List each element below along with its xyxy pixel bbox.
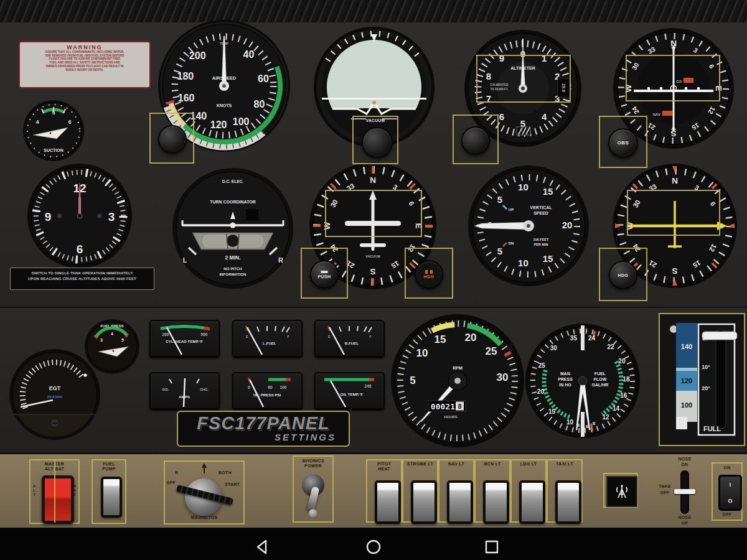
power-switch[interactable]: I O — [718, 475, 742, 511]
taxi-light-group[interactable]: TAXI LT — [547, 459, 583, 523]
nav-light-group[interactable]: NAV LT — [438, 459, 474, 523]
tc-power-label: D.C. ELEC. — [222, 179, 243, 184]
altimeter-knob-hotspot[interactable] — [453, 114, 499, 164]
trim-nose-dn1: NOSE — [672, 457, 697, 462]
oil-pressure-gauge: 0 60 100 OIL PRESS PSI — [232, 372, 303, 409]
adf-hdg-label: HDG — [618, 273, 629, 278]
adf-adjust-hotspot[interactable] — [627, 190, 720, 236]
vor-adjust-hotspot[interactable] — [626, 55, 720, 101]
ff-number: 20 — [618, 358, 626, 365]
airspeed-knob-hotspot[interactable] — [149, 113, 194, 164]
dg-adjust-hotspot[interactable] — [325, 190, 422, 237]
suction-tick: 6 — [68, 119, 72, 125]
ff-number: 22 — [607, 343, 614, 350]
landing-light-switch[interactable] — [519, 480, 545, 524]
amps-needle — [184, 378, 185, 407]
vsi-number: 15 — [543, 253, 553, 264]
mag-r-label: R — [175, 470, 178, 475]
pitot-heat-switch[interactable] — [375, 480, 401, 524]
asi-number: 200 — [189, 50, 206, 61]
obs-knob[interactable]: OBS — [608, 128, 638, 158]
rose-mark: S — [672, 266, 677, 276]
nav-recents-button[interactable] — [484, 539, 500, 555]
heading-bug-knob[interactable]: HDG — [415, 260, 443, 289]
fuelpress-number: 3 — [100, 338, 103, 342]
fuel-pump-switch-group[interactable]: FUEL PUMP — [92, 459, 126, 524]
tc-left: L — [183, 256, 187, 264]
power-i-mark: I — [730, 482, 731, 488]
power-switch-group[interactable]: ON I O OFF — [712, 462, 743, 521]
master-switch[interactable] — [42, 475, 74, 524]
alt-number: 4 — [542, 111, 547, 122]
taxi-light-switch[interactable] — [555, 480, 581, 524]
autopilot-button-group[interactable] — [603, 473, 638, 508]
obs-knob-hotspot[interactable]: OBS — [599, 116, 647, 168]
app-logo: FSC177PANEL — [178, 414, 349, 432]
flap-control[interactable]: 140 120 100 UP 10° 20° FULL — [659, 313, 745, 446]
vsi-up: UP — [509, 208, 514, 212]
trim-nose-up1: NOSE — [672, 515, 697, 520]
flap-speed-120: 120 — [681, 377, 692, 385]
fuelpump-label1: FUEL — [93, 462, 125, 467]
flap-speed-tape: 140 120 100 — [676, 323, 697, 429]
vsi-number: 5 — [497, 194, 502, 205]
vsi-title1: VERTICAL — [530, 205, 553, 210]
landing-light-label: LDG LT — [512, 462, 545, 467]
altimeter-adjust-hotspot[interactable] — [476, 55, 571, 103]
cht-hi: 500 — [201, 332, 208, 337]
fuel-pump-switch[interactable] — [101, 477, 122, 518]
settings-button[interactable]: FSC177PANEL SETTINGS — [177, 411, 350, 447]
ff-number: 8 — [593, 421, 596, 426]
master-switch-group[interactable]: MASTER ALT BAT ALT BAT — [29, 459, 80, 524]
vacuum-knob[interactable] — [362, 127, 393, 158]
fuelpress-number: 4 — [111, 332, 113, 336]
mag-start-label: START — [225, 482, 240, 487]
trim-handle[interactable] — [674, 489, 695, 494]
fuelpress-number: 5 — [121, 338, 124, 342]
asi-units: KNOTS — [217, 103, 232, 108]
beacon-light-group[interactable]: BCN LT — [474, 459, 510, 523]
beacon-light-switch[interactable] — [483, 480, 509, 524]
clock-number: 9 — [45, 210, 52, 223]
landing-light-group[interactable]: LDG LT — [510, 459, 547, 523]
airspeed-knob[interactable] — [158, 125, 187, 154]
strobe-light-switch[interactable] — [411, 480, 437, 524]
avionics-power-group[interactable]: AVIONICS POWER — [293, 455, 334, 523]
rose-mark: N — [672, 176, 678, 185]
adf-heading-knob[interactable]: HDG — [609, 261, 637, 289]
autopilot-button[interactable] — [606, 476, 637, 507]
avionics-label1: AVIONICS — [294, 459, 332, 464]
dg-push-knob[interactable]: PUSH — [310, 260, 339, 289]
fuel-e: E — [328, 335, 331, 338]
turn-coordinator: D.C. ELEC. TURN COORDINATOR L R 2 MIN. N… — [172, 168, 293, 289]
flap-slot — [716, 329, 726, 429]
trim-nose-dn2: DN — [672, 462, 697, 467]
tach-number: 10 — [416, 347, 428, 359]
ff-label: FUEL — [594, 371, 606, 376]
hobbs-digits: 00021 — [431, 402, 455, 411]
nav-home-button[interactable] — [365, 539, 382, 555]
altimeter-knob[interactable] — [461, 126, 490, 155]
trim-control[interactable]: NOSE DN TAKE OFF NOSE UP — [654, 454, 713, 526]
caution-placard: SWITCH TO SINGLE TANK OPERATION IMMEDIAT… — [10, 268, 154, 290]
oilp-100: 100 — [280, 385, 287, 390]
tach-number: 30 — [497, 371, 509, 383]
flap-10-label: 10° — [702, 364, 710, 370]
beacon-light-label: BCN LT — [476, 462, 509, 467]
clock-number: 3 — [108, 210, 115, 223]
suction-tick: 4 — [36, 119, 39, 125]
magnetos-group[interactable]: OFF R BOTH START MAGNETOS — [164, 460, 245, 525]
trim-nose-up2: UP — [672, 521, 697, 526]
avionics-label2: POWER — [294, 464, 332, 469]
heading-bug-hotspot[interactable]: HDG — [405, 248, 453, 299]
tc-note1: NO PITCH — [223, 266, 242, 271]
dg-push-hotspot[interactable]: PUSH — [301, 248, 348, 299]
adf-heading-hotspot[interactable]: HDG — [599, 248, 647, 301]
nav-light-switch[interactable] — [447, 480, 473, 524]
nav-back-button[interactable] — [254, 539, 270, 555]
asi-number: 160 — [178, 93, 195, 103]
pitot-heat-group[interactable]: PITOT HEAT — [366, 459, 402, 523]
vacuum-knob-hotspot[interactable]: VACUUM — [352, 116, 398, 164]
strobe-light-group[interactable]: STROBE LT — [402, 459, 438, 523]
flap-handle[interactable] — [702, 332, 737, 340]
